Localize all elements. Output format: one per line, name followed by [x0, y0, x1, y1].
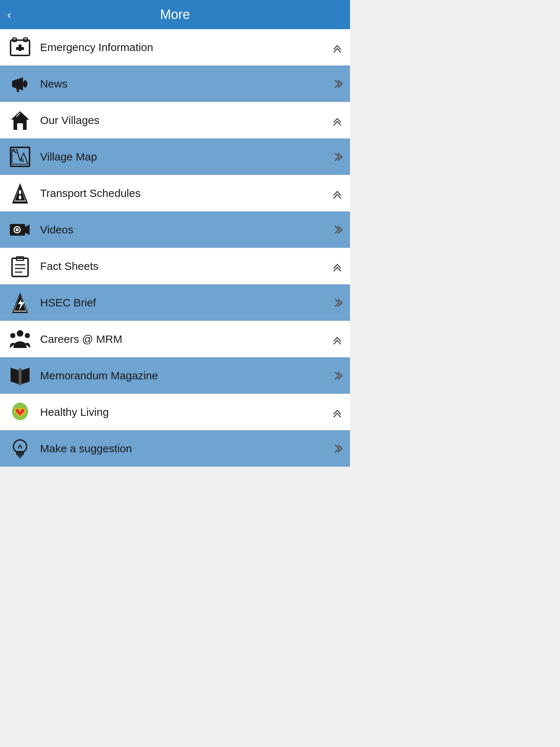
menu-item-careers[interactable]: Careers @ MRM [0, 321, 350, 357]
svg-rect-11 [19, 196, 21, 199]
menu-item-label-emergency-information: Emergency Information [40, 41, 332, 54]
menu-item-hsec-brief[interactable]: HSEC Brief [0, 285, 350, 321]
book-icon [7, 363, 33, 388]
chevron-up-icon [332, 115, 343, 126]
menu-item-memorandum[interactable]: Memorandum Magazine [0, 357, 350, 394]
menu-item-emergency-information[interactable]: Emergency Information [0, 29, 350, 66]
menu-item-label-healthy-living: Healthy Living [40, 406, 332, 418]
camera-icon [7, 217, 33, 243]
first-aid-icon [7, 35, 33, 60]
chevron-right-icon [332, 370, 343, 381]
chevron-right-icon [332, 224, 343, 235]
road-icon [7, 181, 33, 206]
menu-item-fact-sheets[interactable]: Fact Sheets [0, 248, 350, 285]
menu-item-village-map[interactable]: N Village Map [0, 139, 350, 175]
svg-point-6 [23, 80, 27, 88]
menu-item-label-videos: Videos [40, 224, 332, 236]
svg-point-15 [16, 228, 19, 231]
chevron-right-icon [332, 443, 343, 454]
chevron-up-icon [332, 261, 343, 272]
svg-rect-7 [17, 123, 23, 130]
menu-item-label-memorandum: Memorandum Magazine [40, 369, 332, 382]
menu-item-label-suggestion: Make a suggestion [40, 442, 332, 455]
chevron-right-icon [332, 78, 343, 89]
svg-point-23 [25, 333, 30, 338]
lightning-icon [7, 290, 33, 316]
house-icon [7, 108, 33, 133]
svg-rect-5 [12, 81, 16, 87]
header-title: More [160, 7, 190, 22]
svg-rect-24 [19, 368, 22, 385]
back-button[interactable]: ‹ [7, 8, 11, 22]
menu-item-label-transport-schedules: Transport Schedules [40, 187, 332, 200]
chevron-right-icon [332, 151, 343, 162]
menu-item-label-village-map: Village Map [40, 151, 332, 163]
back-icon: ‹ [7, 8, 11, 22]
svg-point-22 [10, 333, 15, 338]
menu-item-label-fact-sheets: Fact Sheets [40, 260, 332, 272]
clipboard-icon [7, 253, 33, 279]
menu-item-label-our-villages: Our Villages [40, 114, 332, 127]
menu-item-transport-schedules[interactable]: Transport Schedules [0, 175, 350, 212]
chevron-right-icon [332, 297, 343, 308]
menu-item-videos[interactable]: Videos [0, 212, 350, 248]
svg-rect-4 [16, 47, 24, 50]
menu-item-healthy-living[interactable]: Healthy Living [0, 394, 350, 430]
menu-item-label-news: News [40, 78, 332, 90]
lightbulb-icon [7, 436, 33, 461]
menu-item-suggestion[interactable]: Make a suggestion [0, 430, 350, 467]
chevron-up-icon [332, 334, 343, 345]
people-icon [7, 326, 33, 352]
megaphone-icon [7, 71, 33, 97]
chevron-up-icon [332, 407, 343, 418]
menu-item-label-careers: Careers @ MRM [40, 333, 332, 345]
menu-list: Emergency Information News [0, 29, 350, 467]
menu-item-our-villages[interactable]: Our Villages [0, 102, 350, 139]
svg-rect-10 [19, 190, 21, 194]
chevron-up-icon [332, 42, 343, 53]
svg-point-21 [17, 330, 23, 337]
chevron-up-icon [332, 188, 343, 199]
menu-item-label-hsec-brief: HSEC Brief [40, 297, 332, 309]
menu-item-news[interactable]: News [0, 66, 350, 102]
header: ‹ More [0, 0, 350, 29]
map-icon: N [7, 144, 33, 170]
heart-icon [7, 399, 33, 425]
